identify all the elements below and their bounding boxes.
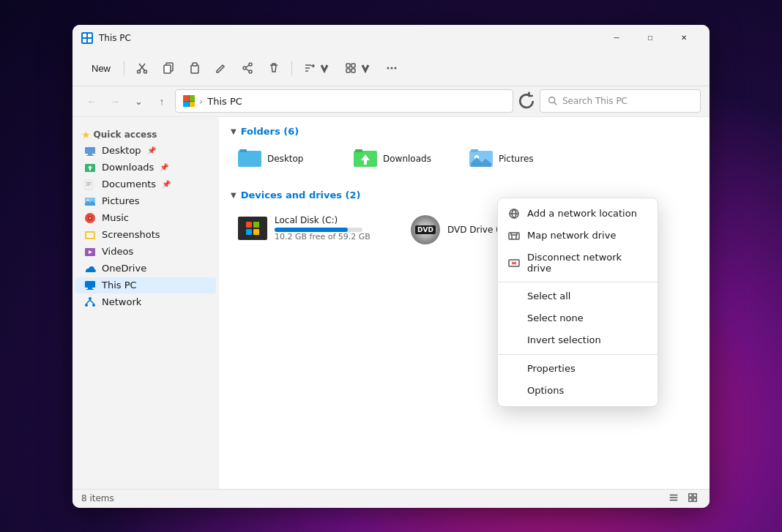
quick-access-label: Quick access: [94, 130, 157, 140]
disconnect-network-icon: [508, 257, 520, 269]
titlebar: This PC ─ □ ✕: [72, 25, 710, 51]
cm-properties-label: Properties: [527, 363, 576, 374]
svg-rect-78: [689, 493, 692, 496]
svg-rect-14: [193, 63, 197, 66]
network-icon: [84, 296, 96, 308]
recent-button[interactable]: ⌄: [128, 91, 149, 111]
grid-view-button[interactable]: [685, 491, 701, 506]
view-button[interactable]: [339, 59, 377, 77]
maximize-button[interactable]: □: [633, 25, 667, 51]
dvd-icon: DVD: [411, 215, 440, 244]
more-button[interactable]: [380, 59, 403, 77]
list-view-icon: [669, 492, 679, 503]
svg-rect-79: [693, 493, 696, 496]
svg-point-17: [243, 67, 246, 70]
share-button[interactable]: [236, 59, 259, 77]
svg-rect-59: [238, 151, 261, 167]
folders-chevron[interactable]: ▼: [231, 127, 237, 135]
cm-disconnect-network[interactable]: Disconnect network drive: [498, 247, 658, 279]
svg-rect-51: [85, 281, 95, 288]
svg-rect-53: [86, 289, 94, 290]
quick-access-section: ★ Quick access: [72, 123, 219, 142]
path-text: This PC: [207, 96, 242, 107]
svg-line-57: [86, 300, 90, 304]
cm-options-label: Options: [527, 385, 564, 396]
toolbar-separator-1: [124, 61, 124, 75]
drive-c-name: Local Disk (C:): [275, 215, 370, 225]
sidebar-item-screenshots[interactable]: Screenshots: [75, 227, 216, 243]
onedrive-label: OneDrive: [102, 263, 146, 274]
back-button[interactable]: ←: [81, 91, 102, 111]
svg-rect-12: [164, 65, 171, 73]
minimize-button[interactable]: ─: [600, 25, 633, 51]
svg-point-9: [138, 70, 141, 73]
up-button[interactable]: ↑: [152, 91, 172, 111]
sidebar-item-videos[interactable]: Videos: [75, 244, 216, 260]
app-icon: [81, 32, 93, 44]
path-icon: [183, 95, 195, 107]
list-view-button[interactable]: [666, 491, 682, 506]
downloads-folder-thumbnail: [354, 147, 377, 171]
drives-chevron[interactable]: ▼: [231, 191, 237, 199]
more-icon: [386, 62, 398, 74]
sidebar-item-thispc[interactable]: This PC: [75, 277, 216, 293]
folder-item-desktop[interactable]: Desktop: [231, 143, 340, 175]
file-explorer-window: This PC ─ □ ✕ New: [72, 25, 710, 508]
cm-properties[interactable]: Properties: [498, 358, 658, 380]
cm-select-none[interactable]: Select none: [498, 307, 658, 329]
svg-rect-62: [355, 149, 362, 152]
sidebar-item-downloads[interactable]: Downloads 📌: [75, 160, 216, 176]
search-box[interactable]: Search This PC: [540, 89, 701, 113]
drive-item-c[interactable]: Local Disk (C:) 10.2 GB free of 59.2 GB: [231, 209, 392, 247]
svg-rect-35: [86, 155, 94, 156]
close-button[interactable]: ✕: [667, 25, 701, 51]
cm-select-all[interactable]: Select all: [498, 285, 658, 307]
refresh-icon: [516, 91, 537, 111]
new-button[interactable]: New: [81, 60, 118, 77]
sidebar-item-pictures[interactable]: Pictures: [75, 193, 216, 209]
videos-label: Videos: [102, 246, 133, 257]
copy-button[interactable]: [157, 59, 180, 77]
svg-rect-38: [85, 180, 92, 190]
pin-icon-3: 📌: [162, 180, 171, 188]
path-arrow: ›: [199, 96, 203, 107]
toolbar: New: [72, 51, 710, 86]
cm-invert-selection[interactable]: Invert selection: [498, 329, 658, 351]
toolbar-separator-2: [291, 61, 292, 75]
sidebar: ★ Quick access Desktop 📌 Downloads 📌: [72, 117, 219, 489]
sidebar-item-desktop[interactable]: Desktop 📌: [75, 143, 216, 159]
svg-rect-65: [471, 149, 478, 152]
folders-grid: Desktop Downloads Pictures: [231, 143, 698, 175]
cm-options[interactable]: Options: [498, 380, 658, 402]
cm-options-icon: [508, 385, 520, 397]
sidebar-item-network[interactable]: Network: [75, 294, 216, 310]
sidebar-item-music[interactable]: Music: [75, 210, 216, 226]
view-chevron-icon: [360, 62, 371, 74]
rename-button[interactable]: [209, 59, 233, 77]
cut-button[interactable]: [130, 59, 154, 77]
address-path[interactable]: › This PC: [175, 89, 513, 113]
refresh-button[interactable]: [516, 91, 537, 111]
search-icon: [548, 96, 558, 106]
music-icon: [84, 212, 96, 224]
svg-rect-33: [85, 147, 95, 154]
cm-map-network-drive[interactable]: Map network drive: [498, 225, 658, 247]
network-label: Network: [102, 296, 141, 307]
folder-name-downloads: Downloads: [383, 154, 431, 164]
sidebar-item-documents[interactable]: Documents 📌: [75, 176, 216, 192]
svg-rect-34: [88, 154, 92, 155]
sidebar-item-onedrive[interactable]: OneDrive: [75, 261, 216, 277]
folder-name-desktop: Desktop: [267, 154, 304, 164]
paste-button[interactable]: [183, 59, 206, 77]
documents-label: Documents: [102, 179, 156, 190]
pin-icon: 📌: [147, 146, 156, 154]
sort-button[interactable]: [298, 59, 336, 77]
svg-rect-26: [346, 69, 350, 72]
forward-button[interactable]: →: [105, 91, 125, 111]
svg-line-19: [246, 69, 249, 71]
folder-item-downloads[interactable]: Downloads: [346, 143, 456, 175]
delete-button[interactable]: [262, 59, 286, 77]
folder-item-pictures[interactable]: Pictures: [462, 143, 572, 175]
cm-invert-selection-icon: [508, 334, 520, 346]
cm-add-network-location[interactable]: Add a network location: [498, 203, 658, 225]
